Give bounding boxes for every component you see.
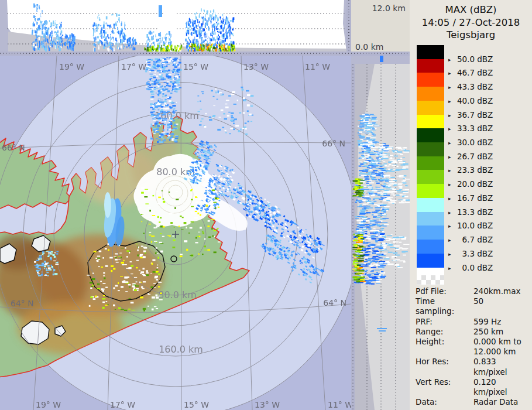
legend-band xyxy=(417,73,444,87)
legend-threshold-value: 33.3 xyxy=(455,124,475,133)
legend-threshold-value: 20.0 xyxy=(455,179,475,189)
legend-band xyxy=(417,254,444,268)
metadata-label: Pdf File: xyxy=(416,286,473,296)
legend-arrow-icon: ▸ xyxy=(448,111,455,120)
legend-arrow-icon: ▸ xyxy=(448,264,455,273)
ring-label-160-bottom: 160.0 km xyxy=(159,344,203,355)
lat-label-right-66: 66° N xyxy=(322,139,345,148)
legend-threshold-value: 46.7 xyxy=(455,68,475,77)
right-cross-section-plot xyxy=(351,56,410,410)
legend-threshold-value: 43.3 xyxy=(455,82,475,91)
legend-band xyxy=(417,101,444,115)
metadata-label: Hor Res: xyxy=(416,357,473,377)
height-max-label: 12.0 km xyxy=(372,4,406,13)
legend-threshold-label: ▸46.7 dBZ xyxy=(448,68,493,77)
lat-label-right-64: 64° N xyxy=(323,298,346,308)
metadata-row: Hor Res:0.833 km/pixel xyxy=(416,357,530,377)
legend-band xyxy=(417,142,444,156)
product-title: MAX (dBZ) xyxy=(410,4,532,16)
legend-threshold-label: ▸40.0 dBZ xyxy=(448,96,493,105)
legend-arrow-icon: ▸ xyxy=(448,235,455,245)
legend-threshold-value: 3.3 xyxy=(455,249,475,258)
legend-unit: dBZ xyxy=(475,138,493,147)
legend-threshold-label: ▸43.3 dBZ xyxy=(448,82,493,91)
metadata-value: 50 xyxy=(473,296,530,316)
metadata-value: 599 Hz xyxy=(473,317,530,327)
lon-label-top-3: 13° W xyxy=(243,62,269,71)
legend-threshold-label: ▸33.3 dBZ xyxy=(448,124,493,133)
legend-band xyxy=(417,240,444,254)
metadata-label: Vert Res: xyxy=(416,377,473,397)
legend-threshold-value: 36.7 xyxy=(455,110,475,119)
legend-threshold-label: ▸10.0 dBZ xyxy=(448,221,493,230)
legend-unit: dBZ xyxy=(475,165,493,175)
top-cross-section-panel xyxy=(0,0,351,52)
lon-label-top-1: 17° W xyxy=(121,62,146,71)
legend-threshold-value: 16.7 xyxy=(455,193,475,203)
legend-unit: dBZ xyxy=(475,54,493,64)
legend-arrow-icon: ▸ xyxy=(448,208,455,217)
station-name: Teigsbjarg xyxy=(410,29,532,42)
legend-unit: dBZ xyxy=(475,235,493,244)
legend-threshold-label: ▸26.7 dBZ xyxy=(448,152,493,161)
radar-display: 12.0 km 0.0 km xyxy=(0,0,532,410)
legend-arrow-icon: ▸ xyxy=(448,180,455,189)
legend-arrow-icon: ▸ xyxy=(448,166,455,175)
legend-band xyxy=(417,170,444,184)
right-small-echo-line xyxy=(377,328,387,329)
legend-arrow-icon: ▸ xyxy=(448,124,455,134)
radar-map: 19° W 17° W 15° W 13° W 11° W 19° W 17° … xyxy=(0,56,351,410)
legend-threshold-value: 10.0 xyxy=(455,221,475,230)
legend-transparent-checker xyxy=(417,275,444,285)
legend-threshold-value: 30.0 xyxy=(455,138,475,147)
metadata-value: 0.000 km to 12.000 km xyxy=(473,337,530,357)
title-block: MAX (dBZ) 14:05 / 27-Oct-2018 Teigsbjarg xyxy=(410,4,532,42)
legend-unit: dBZ xyxy=(475,124,493,133)
ring-label-80-bottom: 80.0 km xyxy=(158,289,197,300)
legend-band xyxy=(417,184,444,198)
legend-threshold-label: ▸6.7 dBZ xyxy=(448,235,493,244)
metadata-row: Vert Res:0.120 km/pixel xyxy=(416,377,530,397)
metadata-row: PRF:599 Hz xyxy=(416,317,530,327)
legend-arrow-icon: ▸ xyxy=(448,69,455,78)
legend-threshold-value: 0.0 xyxy=(455,263,475,272)
metadata-value: 0.833 km/pixel xyxy=(473,357,530,377)
lon-label-bottom-2: 15° W xyxy=(184,400,209,409)
metadata-label: PRF: xyxy=(416,317,473,327)
lon-label-bottom-1: 17° W xyxy=(110,400,135,409)
metadata-row: Pdf File:240km.max xyxy=(416,286,530,296)
metadata-row: Time sampling:50 xyxy=(416,296,530,316)
legend-band xyxy=(417,156,444,170)
legend-threshold-label: ▸13.3 dBZ xyxy=(448,207,493,217)
lon-label-bottom-4: 11° W xyxy=(328,400,351,409)
legend-threshold-value: 26.7 xyxy=(455,152,475,161)
legend-threshold-label: ▸36.7 dBZ xyxy=(448,110,493,119)
legend-band xyxy=(417,59,444,73)
legend-threshold-value: 50.0 xyxy=(455,54,475,64)
legend-unit: dBZ xyxy=(475,193,493,203)
legend-band xyxy=(417,87,444,101)
legend-threshold-value: 6.7 xyxy=(455,235,475,244)
legend-unit: dBZ xyxy=(475,207,493,217)
legend-white-band xyxy=(417,268,444,275)
legend-threshold-value: 40.0 xyxy=(455,96,475,105)
legend-band xyxy=(417,115,444,129)
legend-unit: dBZ xyxy=(475,82,493,91)
legend-arrow-icon: ▸ xyxy=(448,138,455,148)
horizontal-axis-ruler xyxy=(0,52,410,56)
legend-arrow-icon: ▸ xyxy=(448,221,455,231)
top-cross-section-plot xyxy=(0,0,351,52)
product-datetime: 14:05 / 27-Oct-2018 xyxy=(410,16,532,29)
height-min-label: 0.0 km xyxy=(355,42,383,52)
metadata-row: Data:Radar Data xyxy=(416,397,530,407)
lat-label-left-64: 64° N xyxy=(11,299,34,308)
lon-label-top-0: 19° W xyxy=(59,62,84,71)
height-axis-corner: 12.0 km 0.0 km xyxy=(351,0,410,52)
legend-arrow-icon: ▸ xyxy=(448,250,455,259)
legend-band xyxy=(417,198,444,212)
legend-threshold-label: ▸16.7 dBZ xyxy=(448,193,493,203)
lon-label-bottom-3: 13° W xyxy=(255,400,280,409)
right-small-echo-line xyxy=(379,330,386,332)
legend-threshold-label: ▸50.0 dBZ xyxy=(448,54,493,64)
legend-unit: dBZ xyxy=(475,249,493,258)
